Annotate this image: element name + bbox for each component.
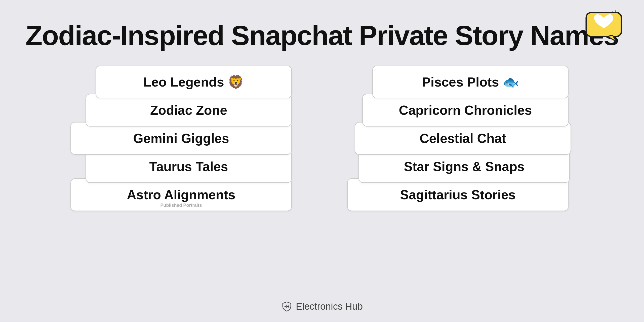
card-star-signs-snaps-text: Star Signs & Snaps	[404, 159, 525, 174]
card-pisces-plots-text: Pisces Plots 🐟	[422, 74, 519, 90]
card-star-signs-snaps: Star Signs & Snaps	[358, 150, 570, 183]
footer: Electronics Hub	[0, 301, 644, 312]
left-column: Leo Legends 🦁 Zodiac Zone Gemini Giggles…	[70, 66, 297, 211]
card-gemini-giggles: Gemini Giggles	[70, 122, 292, 155]
card-capricorn-chronicles: Capricorn Chronicles	[362, 94, 569, 127]
page-wrapper: Zodiac-Inspired Snapchat Private Story N…	[0, 0, 644, 322]
watermark: Published Portraits	[160, 203, 202, 208]
card-astro-alignments: Astro Alignments Published Portraits	[70, 178, 292, 211]
electronics-hub-logo-icon	[281, 301, 292, 312]
header: Zodiac-Inspired Snapchat Private Story N…	[0, 0, 644, 66]
card-gemini-giggles-text: Gemini Giggles	[133, 131, 229, 146]
card-sagittarius-stories: Sagittarius Stories	[347, 178, 569, 211]
card-zodiac-zone: Zodiac Zone	[86, 94, 292, 127]
page-title: Zodiac-Inspired Snapchat Private Story N…	[0, 20, 644, 51]
columns-container: Leo Legends 🦁 Zodiac Zone Gemini Giggles…	[20, 66, 624, 211]
card-pisces-plots: Pisces Plots 🐟	[372, 66, 569, 98]
card-sagittarius-stories-text: Sagittarius Stories	[400, 187, 515, 202]
brand-footer: Electronics Hub	[281, 301, 363, 312]
brand-name: Electronics Hub	[296, 301, 363, 312]
right-column: Pisces Plots 🐟 Capricorn Chronicles Cele…	[347, 66, 574, 211]
card-capricorn-chronicles-text: Capricorn Chronicles	[399, 103, 532, 118]
card-zodiac-zone-text: Zodiac Zone	[150, 103, 227, 118]
heart-chat-icon	[584, 10, 624, 43]
card-leo-legends: Leo Legends 🦁	[96, 66, 292, 98]
card-celestial-chat: Celestial Chat	[355, 122, 571, 155]
card-taurus-tales-text: Taurus Tales	[149, 159, 228, 174]
card-celestial-chat-text: Celestial Chat	[420, 131, 506, 146]
card-leo-legends-text: Leo Legends 🦁	[143, 74, 244, 90]
card-taurus-tales: Taurus Tales	[86, 150, 292, 183]
card-astro-alignments-text: Astro Alignments	[127, 187, 235, 202]
